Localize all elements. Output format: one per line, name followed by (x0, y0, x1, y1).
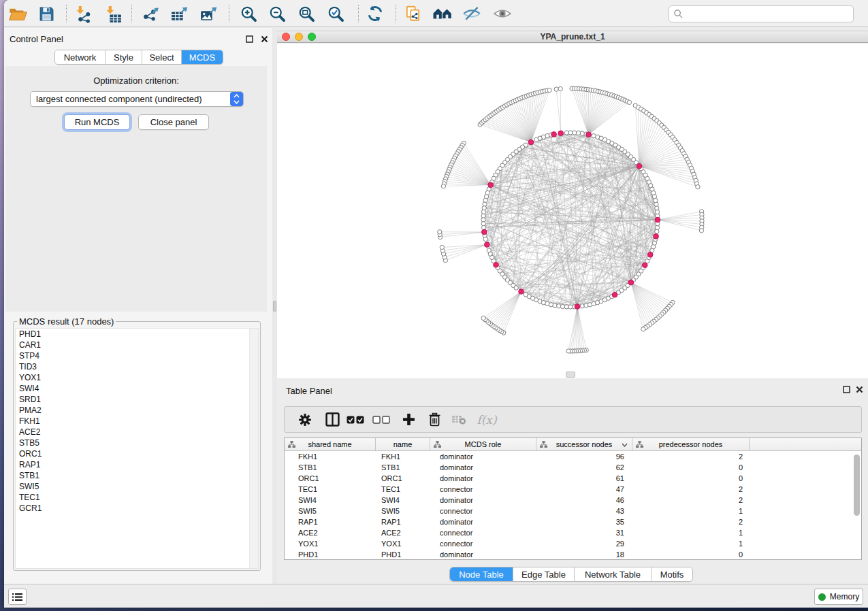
list-item[interactable]: YOX1 (16, 372, 258, 383)
deselect-all-icon[interactable] (370, 407, 392, 432)
zoom-in-icon[interactable] (235, 2, 262, 25)
column-shared-name[interactable]: shared name (285, 438, 376, 450)
close-table-panel-icon[interactable] (855, 385, 863, 393)
status-bar: Memory (4, 584, 868, 608)
export-table-icon[interactable] (165, 2, 193, 25)
list-item[interactable]: SRD1 (16, 394, 258, 405)
show-all-icon[interactable] (489, 2, 516, 25)
split-view-icon[interactable] (320, 407, 344, 432)
table-panel-title: Table Panel (286, 386, 332, 396)
search-input[interactable] (684, 9, 849, 19)
node-table-body: FKH1FKH1dominator962STB1STB1dominator620… (285, 451, 861, 559)
delete-icon[interactable] (422, 407, 447, 432)
vertical-splitter-grip[interactable] (273, 301, 276, 312)
tree-icon (636, 441, 643, 448)
list-item[interactable]: PMA2 (16, 405, 258, 416)
tab-node-table[interactable]: Node Table (450, 567, 513, 581)
import-network-icon[interactable] (69, 2, 97, 25)
list-item[interactable]: STB5 (16, 437, 258, 448)
tab-style[interactable]: Style (106, 50, 142, 64)
open-folder-icon[interactable] (4, 2, 31, 25)
tab-motifs[interactable]: Motifs (652, 567, 692, 581)
tree-icon (540, 441, 547, 448)
tree-icon (434, 441, 441, 448)
table-row[interactable]: FKH1FKH1dominator962 (285, 451, 861, 462)
table-row[interactable]: ACE2ACE2connector311 (285, 527, 861, 538)
export-image-icon[interactable] (195, 2, 222, 25)
clone-network-icon[interactable] (400, 2, 427, 25)
column-name[interactable]: name (376, 438, 430, 450)
list-scrollbar[interactable] (249, 329, 258, 568)
task-history-button[interactable] (8, 589, 27, 605)
list-item[interactable]: FKH1 (16, 416, 258, 427)
list-item[interactable]: PHD1 (16, 329, 258, 340)
save-icon[interactable] (33, 2, 60, 25)
close-panel-icon[interactable] (260, 35, 268, 43)
app-window: Control Panel Network Style Select MCDS … (4, 0, 868, 608)
search-box[interactable] (669, 5, 854, 22)
zoom-selected-icon[interactable] (322, 2, 349, 25)
list-item[interactable]: RAP1 (16, 459, 258, 470)
tab-network-table[interactable]: Network Table (575, 567, 652, 581)
column-predecessor-nodes[interactable]: predecessor nodes (632, 438, 750, 450)
control-panel-title: Control Panel (10, 34, 63, 44)
table-row[interactable]: ORC1ORC1dominator610 (285, 473, 861, 484)
add-icon[interactable] (396, 407, 421, 432)
mcds-result-list[interactable]: PHD1CAR1STP4TID3YOX1SWI4SRD1PMA2FKH1ACE2… (15, 328, 259, 569)
import-table-icon[interactable] (99, 2, 127, 25)
list-item[interactable]: SWI5 (16, 481, 258, 492)
task-list-icon (12, 593, 22, 601)
list-item[interactable]: TEC1 (16, 492, 258, 503)
column-mcds-role[interactable]: MCDS role (430, 438, 536, 450)
list-item[interactable]: ACE2 (16, 427, 258, 437)
table-panel: Table Panel (277, 378, 868, 584)
run-mcds-button[interactable]: Run MCDS (64, 114, 130, 130)
control-panel: Control Panel Network Style Select MCDS … (4, 28, 272, 584)
hide-selected-icon[interactable] (458, 2, 485, 25)
list-item[interactable]: TID3 (16, 361, 258, 372)
sort-arrow-icon (622, 443, 628, 447)
refresh-icon[interactable] (361, 2, 389, 25)
column-successor-nodes[interactable]: successor nodes (536, 438, 632, 450)
list-item[interactable]: GCR1 (16, 503, 258, 514)
close-panel-button[interactable]: Close panel (138, 114, 209, 130)
table-row[interactable]: TEC1TEC1connector472 (285, 484, 861, 495)
tab-mcds[interactable]: MCDS (182, 50, 223, 64)
table-scrollbar-thumb[interactable] (854, 455, 860, 516)
tree-icon (288, 441, 295, 448)
first-neighbors-icon[interactable] (429, 2, 456, 25)
table-row[interactable]: SWI5SWI5connector431 (285, 506, 861, 516)
zoom-out-icon[interactable] (263, 2, 291, 25)
table-toolbar: f(x) (284, 406, 862, 433)
gear-icon[interactable] (293, 407, 317, 432)
table-row[interactable]: SWI4SWI4dominator462 (285, 495, 861, 506)
table-row[interactable]: PHD1PHD1dominator180 (285, 549, 861, 559)
tab-edge-table[interactable]: Edge Table (513, 567, 575, 581)
float-table-panel-icon[interactable] (842, 385, 850, 393)
list-item[interactable]: ORC1 (16, 448, 258, 459)
float-panel-icon[interactable] (245, 35, 253, 43)
table-tabs: Node Table Edge Table Network Table Moti… (449, 567, 693, 582)
table-row[interactable]: YOX1YOX1connector291 (285, 538, 861, 549)
network-window-titlebar: YPA_prune.txt_1 (277, 31, 868, 43)
tab-select[interactable]: Select (142, 50, 182, 64)
optimization-criterion-label: Optimization criterion: (5, 76, 267, 86)
memory-button[interactable]: Memory (814, 589, 863, 605)
table-row[interactable]: STB1STB1dominator620 (285, 462, 861, 473)
criterion-select[interactable]: largest connected component (undirected) (30, 91, 244, 107)
export-network-icon[interactable] (136, 2, 163, 25)
network-graph[interactable] (277, 44, 868, 378)
list-item[interactable]: CAR1 (16, 340, 258, 350)
table-row[interactable]: RAP1RAP1dominator352 (285, 516, 861, 527)
delete-table-icon[interactable] (447, 407, 471, 432)
list-item[interactable]: STP4 (16, 350, 258, 361)
select-all-icon[interactable] (344, 407, 366, 432)
horizontal-splitter-grip[interactable] (566, 371, 575, 378)
function-icon: f(x) (472, 407, 501, 432)
zoom-fit-icon[interactable] (293, 2, 320, 25)
list-item[interactable]: SWI4 (16, 383, 258, 394)
list-item[interactable]: STB1 (16, 470, 258, 481)
table-header: shared name name MCDS role successor nod… (285, 438, 861, 451)
mcds-result-box: MCDS result (17 nodes) PHD1CAR1STP4TID3Y… (13, 316, 261, 571)
tab-network[interactable]: Network (55, 50, 106, 64)
